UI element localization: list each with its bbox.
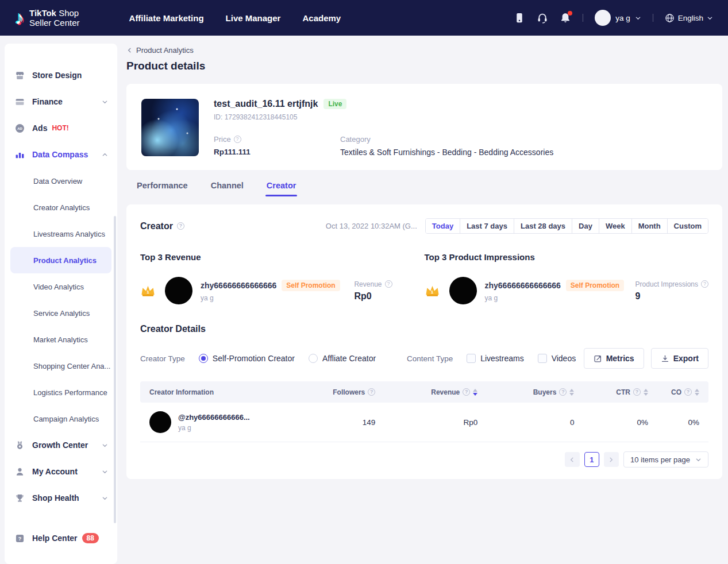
sidebar-item-market-analytics[interactable]: Market Analytics bbox=[5, 326, 117, 353]
creator-type-label: Creator Type bbox=[140, 354, 185, 363]
sidebar-item-shopping-center-analytics[interactable]: Shopping Center Ana... bbox=[5, 353, 117, 379]
impressions-info-icon[interactable] bbox=[701, 280, 708, 288]
person-icon bbox=[15, 467, 25, 477]
sidebar-item-data-overview[interactable]: Data Overview bbox=[5, 168, 117, 194]
export-button[interactable]: Export bbox=[651, 348, 708, 369]
prev-page-button[interactable] bbox=[565, 452, 580, 467]
sidebar-item-logistics-performance[interactable]: Logistics Performance bbox=[5, 379, 117, 405]
filter-today[interactable]: Today bbox=[426, 219, 460, 233]
navbar-links: Affiliate Marketing Live Manager Academy bbox=[129, 13, 341, 23]
next-page-button[interactable] bbox=[604, 452, 619, 467]
sidebar-item-ads[interactable]: AD Ads HOT! bbox=[5, 115, 117, 141]
creator-name: zhy66666666666666 bbox=[485, 281, 561, 290]
tab-performance[interactable]: Performance bbox=[136, 177, 189, 196]
filter-day[interactable]: Day bbox=[572, 219, 599, 233]
user-menu[interactable]: ya g bbox=[595, 10, 641, 26]
metrics-button[interactable]: Metrics bbox=[584, 348, 644, 369]
row-creator-subtitle: ya g bbox=[178, 424, 250, 432]
radio-affiliate-creator[interactable]: Affliate Creator bbox=[309, 354, 376, 363]
checkbox-livestreams[interactable]: Livestreams bbox=[467, 354, 523, 363]
content-type-label: Content Type bbox=[407, 354, 453, 363]
sort-icon bbox=[695, 389, 699, 396]
page-size-select[interactable]: 10 items per page bbox=[623, 451, 708, 468]
followers-info-icon[interactable] bbox=[368, 388, 375, 396]
page-1-button[interactable]: 1 bbox=[584, 452, 599, 467]
col-revenue[interactable]: Revenue bbox=[384, 381, 487, 403]
globe-icon bbox=[665, 13, 675, 23]
buyers-info-icon[interactable] bbox=[559, 388, 567, 396]
edit-metrics-icon bbox=[594, 354, 602, 363]
sidebar-item-data-compass[interactable]: Data Compass bbox=[5, 141, 117, 168]
filter-last-28-days[interactable]: Last 28 days bbox=[514, 219, 572, 233]
row-creator-handle[interactable]: @zhy66666666666... bbox=[178, 413, 250, 422]
breadcrumb-label: Product Analytics bbox=[136, 46, 194, 55]
category-label: Category bbox=[340, 135, 371, 144]
filter-last-7-days[interactable]: Last 7 days bbox=[460, 219, 514, 233]
help-icon: ? bbox=[15, 534, 25, 543]
price-info-icon[interactable] bbox=[234, 136, 241, 143]
sidebar-item-finance[interactable]: Finance bbox=[5, 88, 117, 115]
crown-rank-icon: 1 bbox=[140, 284, 156, 298]
language-selector[interactable]: English bbox=[665, 13, 713, 23]
creator-subtitle: ya g bbox=[201, 294, 340, 302]
sidebar-item-service-analytics[interactable]: Service Analytics bbox=[5, 300, 117, 326]
col-co[interactable]: CO bbox=[657, 381, 708, 403]
sidebar-item-product-analytics[interactable]: Product Analytics bbox=[10, 247, 111, 273]
filter-month[interactable]: Month bbox=[631, 219, 667, 233]
main-content: Product Analytics Product details test_a… bbox=[126, 36, 722, 479]
sidebar-item-growth-center[interactable]: Growth Center bbox=[5, 432, 117, 458]
self-promotion-badge: Self Promotion bbox=[282, 280, 340, 291]
revenue-info-icon[interactable] bbox=[385, 280, 392, 288]
logo-suffix: Shop bbox=[59, 8, 79, 18]
tab-creator[interactable]: Creator bbox=[265, 177, 298, 196]
sidebar-item-store-design[interactable]: Store Design bbox=[5, 62, 117, 88]
top-impressions-block: Top 3 Product Impressions 1 zhy666666666… bbox=[425, 252, 709, 304]
page-title: Product details bbox=[126, 60, 722, 72]
tab-channel[interactable]: Channel bbox=[210, 177, 245, 196]
col-buyers[interactable]: Buyers bbox=[487, 381, 583, 403]
notification-dot bbox=[568, 11, 572, 16]
user-name: ya g bbox=[615, 14, 630, 22]
chevron-down-icon bbox=[707, 15, 713, 21]
radio-unselected-icon bbox=[309, 354, 318, 363]
row-creator-avatar bbox=[149, 411, 171, 433]
sidebar-item-video-analytics[interactable]: Video Analytics bbox=[5, 273, 117, 300]
sidebar-item-creator-analytics[interactable]: Creator Analytics bbox=[5, 194, 117, 221]
sidebar-item-my-account[interactable]: My Account bbox=[5, 458, 117, 485]
nav-live-manager[interactable]: Live Manager bbox=[226, 13, 281, 23]
creator-name: zhy66666666666666 bbox=[201, 281, 276, 290]
filter-week[interactable]: Week bbox=[599, 219, 631, 233]
co-info-icon[interactable] bbox=[684, 388, 692, 396]
self-promotion-badge: Self Promotion bbox=[566, 280, 624, 291]
chevron-down-icon bbox=[695, 457, 702, 463]
checkbox-videos[interactable]: Videos bbox=[538, 354, 576, 363]
sidebar-scrollbar[interactable] bbox=[114, 216, 116, 523]
mobile-app-icon[interactable] bbox=[514, 12, 525, 24]
row-co: 0% bbox=[657, 403, 708, 442]
sidebar-item-livestreams-analytics[interactable]: Livestreams Analytics bbox=[5, 221, 117, 247]
impressions-metric-value: 9 bbox=[635, 291, 708, 302]
notifications-bell-icon[interactable] bbox=[560, 12, 571, 24]
product-image bbox=[141, 99, 199, 156]
filter-custom[interactable]: Custom bbox=[667, 219, 708, 233]
revenue-metric-value: Rp0 bbox=[354, 291, 392, 302]
sort-icon bbox=[569, 389, 574, 396]
credit-card-icon bbox=[15, 97, 25, 107]
ads-icon: AD bbox=[15, 123, 25, 133]
tiktok-shop-logo[interactable]: ♪ TikTok Shop Seller Center bbox=[15, 8, 80, 28]
creator-info-icon[interactable] bbox=[177, 222, 184, 230]
sidebar-item-help-center[interactable]: ? Help Center 88 bbox=[5, 525, 117, 551]
nav-academy[interactable]: Academy bbox=[302, 13, 341, 23]
sidebar-item-campaign-analytics[interactable]: Campaign Analytics bbox=[5, 405, 117, 432]
support-headset-icon[interactable] bbox=[537, 12, 548, 24]
nav-affiliate-marketing[interactable]: Affiliate Marketing bbox=[129, 13, 204, 23]
chevron-down-icon bbox=[102, 469, 108, 475]
top-impressions-title: Top 3 Product Impressions bbox=[425, 252, 709, 262]
ctr-info-icon[interactable] bbox=[633, 388, 641, 396]
breadcrumb[interactable]: Product Analytics bbox=[126, 46, 722, 55]
radio-self-promotion-creator[interactable]: Self-Promotion Creator bbox=[199, 354, 295, 363]
sidebar-item-shop-health[interactable]: Shop Health bbox=[5, 485, 117, 511]
help-count-badge: 88 bbox=[82, 533, 99, 543]
revenue-info-icon[interactable] bbox=[463, 388, 470, 396]
col-ctr[interactable]: CTR bbox=[583, 381, 657, 403]
